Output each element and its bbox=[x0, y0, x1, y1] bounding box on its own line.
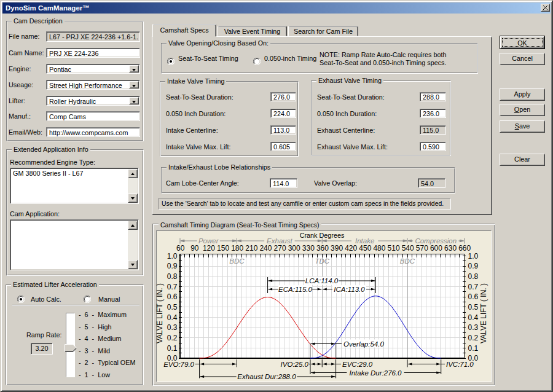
svg-text:0.1: 0.1 bbox=[167, 344, 178, 353]
svg-text:Compression: Compression bbox=[415, 237, 457, 245]
svg-text:0.7: 0.7 bbox=[468, 283, 479, 291]
svg-text:Intake: Intake bbox=[355, 237, 374, 245]
svg-text:1.0: 1.0 bbox=[468, 252, 479, 261]
svg-text:1.0: 1.0 bbox=[167, 252, 178, 261]
svg-text:0.9: 0.9 bbox=[468, 262, 479, 270]
svg-text:TDC: TDC bbox=[315, 257, 329, 265]
svg-text:0.5: 0.5 bbox=[468, 303, 479, 312]
svg-text:0.3: 0.3 bbox=[468, 323, 479, 332]
svg-text:0.5: 0.5 bbox=[167, 303, 178, 312]
svg-text:Exhaust: Exhaust bbox=[267, 237, 292, 245]
svg-text:IVO:25.0: IVO:25.0 bbox=[281, 361, 309, 368]
svg-text:660: 660 bbox=[458, 244, 471, 253]
svg-text:150: 150 bbox=[217, 244, 229, 253]
svg-text:0.9: 0.9 bbox=[167, 262, 178, 270]
svg-text:630: 630 bbox=[444, 244, 457, 253]
svg-text:Power: Power bbox=[198, 237, 219, 245]
svg-text:300: 300 bbox=[288, 244, 300, 253]
svg-text:0.8: 0.8 bbox=[167, 272, 178, 281]
svg-text:0.8: 0.8 bbox=[468, 272, 479, 281]
svg-text:0.2: 0.2 bbox=[468, 334, 479, 342]
svg-text:0.6: 0.6 bbox=[468, 292, 479, 301]
svg-text:0.2: 0.2 bbox=[167, 334, 178, 342]
svg-text:ICA:113.0: ICA:113.0 bbox=[334, 286, 365, 293]
svg-text:120: 120 bbox=[203, 244, 215, 253]
svg-text:240: 240 bbox=[259, 244, 272, 253]
svg-text:Overlap:54.0: Overlap:54.0 bbox=[343, 340, 384, 348]
svg-text:0.3: 0.3 bbox=[167, 323, 178, 332]
svg-text:Crank Degrees: Crank Degrees bbox=[300, 232, 345, 239]
svg-text:420: 420 bbox=[345, 244, 357, 253]
svg-text:330: 330 bbox=[302, 244, 315, 253]
svg-text:600: 600 bbox=[430, 244, 442, 253]
svg-text:BDC: BDC bbox=[229, 257, 245, 265]
svg-text:510: 510 bbox=[388, 244, 400, 253]
svg-text:0.4: 0.4 bbox=[468, 313, 479, 322]
svg-text:0.1: 0.1 bbox=[468, 344, 479, 353]
svg-text:IVC:71.0: IVC:71.0 bbox=[446, 361, 474, 368]
svg-text:570: 570 bbox=[416, 244, 428, 253]
svg-text:270: 270 bbox=[274, 244, 286, 253]
svg-text:360: 360 bbox=[316, 244, 329, 253]
svg-text:450: 450 bbox=[359, 244, 371, 253]
svg-text:0.7: 0.7 bbox=[167, 283, 178, 291]
svg-text:VALVE LIFT ( IN. ): VALVE LIFT ( IN. ) bbox=[156, 283, 164, 343]
svg-text:210: 210 bbox=[245, 244, 257, 253]
svg-text:EVC:29.0: EVC:29.0 bbox=[342, 361, 373, 368]
svg-text:0.4: 0.4 bbox=[167, 313, 178, 322]
svg-text:480: 480 bbox=[373, 244, 385, 253]
svg-text:390: 390 bbox=[331, 244, 343, 253]
svg-text:0.6: 0.6 bbox=[167, 292, 178, 301]
svg-text:Exhaust Dur:288.0: Exhaust Dur:288.0 bbox=[237, 373, 296, 380]
svg-text:180: 180 bbox=[231, 244, 243, 253]
svg-text:EVO:79.0: EVO:79.0 bbox=[163, 361, 194, 368]
svg-text:ECA:115.0: ECA:115.0 bbox=[278, 286, 312, 293]
svg-text:90: 90 bbox=[190, 244, 199, 253]
svg-text:60: 60 bbox=[176, 244, 185, 253]
svg-text:540: 540 bbox=[402, 244, 414, 253]
svg-text:VALVE LIFT ( IN. ): VALVE LIFT ( IN. ) bbox=[479, 283, 488, 343]
svg-text:Intake Dur:276.0: Intake Dur:276.0 bbox=[349, 369, 402, 377]
svg-text:BDC: BDC bbox=[400, 257, 415, 265]
svg-text:LCA:114.0: LCA:114.0 bbox=[305, 277, 339, 284]
